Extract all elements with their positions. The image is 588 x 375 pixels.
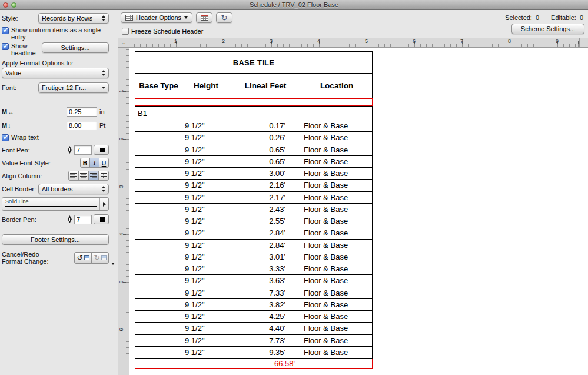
cell-height[interactable]: 9 1/2" [182,240,230,251]
cell-height[interactable]: 9 1/2" [182,156,230,168]
table-row[interactable]: 9 1/2" 4.40' Floor & Base [135,323,373,334]
headline-settings-button[interactable]: Settings... [42,42,109,53]
total-value-cell[interactable]: 66.58' [230,359,301,369]
cell-lineal-feet[interactable]: 4.40' [230,323,301,334]
table-row[interactable]: 9 1/2" 2.16' Floor & Base [135,180,373,191]
cell-height[interactable]: 9 1/2" [182,180,230,191]
style-dropdown[interactable]: Records by Rows [38,13,109,24]
cell-lineal-feet[interactable]: 0.17' [230,120,301,132]
text-size-input[interactable] [67,121,97,130]
cell-base-type[interactable] [135,311,182,323]
underline-button[interactable]: U [99,158,109,168]
cell-height[interactable]: 9 1/2" [182,287,230,299]
cell-base-type[interactable] [135,132,182,144]
align-left-button[interactable] [68,171,79,181]
table-row[interactable]: 9 1/2" 0.65' Floor & Base [135,156,373,168]
border-pen-color-button[interactable] [94,214,109,224]
cell-base-type[interactable] [135,275,182,287]
cell-base-type[interactable] [135,144,182,156]
database-headers-button[interactable] [196,12,212,23]
cell-location[interactable]: Floor & Base [301,168,373,180]
table-row[interactable]: 9 1/2" 4.25' Floor & Base [135,311,373,323]
cell-base-type[interactable] [135,215,182,227]
cell-height[interactable]: 9 1/2" [182,311,230,323]
cell-base-type[interactable] [135,240,182,251]
cell-base-type[interactable] [135,251,182,263]
titlebar[interactable]: Schedule / TRV_02 Floor Base [0,0,588,10]
cell-lineal-feet[interactable]: 3.00' [230,168,301,180]
table-row[interactable]: 9 1/2" 7.33' Floor & Base [135,287,373,299]
table-row[interactable]: 9 1/2" 2.55' Floor & Base [135,215,373,227]
redo-format-button[interactable]: ↻ [91,252,109,264]
undo-format-button[interactable]: ↺ [74,252,92,264]
schedule-title-cell[interactable]: BASE TILE [135,51,373,74]
cell-lineal-feet[interactable]: 3.63' [230,275,301,287]
cell-base-type[interactable] [135,192,182,204]
cell-height[interactable]: 9 1/2" [182,132,230,144]
wrap-text-checkbox[interactable]: Wrap text [2,134,109,141]
cell-location[interactable]: Floor & Base [301,287,373,299]
cell-height[interactable]: 9 1/2" [182,263,230,275]
cell-height[interactable]: 9 1/2" [182,275,230,287]
cell-height[interactable]: 9 1/2" [182,120,230,132]
cell-base-type[interactable] [135,323,182,334]
cell-lineal-feet[interactable]: 2.43' [230,204,301,215]
freeze-header-checkbox[interactable]: Freeze Schedule Header [122,27,232,35]
font-pen-input[interactable] [74,145,92,155]
cell-base-type[interactable] [135,120,182,132]
cell-location[interactable]: Floor & Base [301,204,373,215]
apply-format-dropdown[interactable]: Value [2,68,109,78]
italic-button[interactable]: I [89,158,99,168]
cell-base-type[interactable] [135,227,182,239]
cell-location[interactable]: Floor & Base [301,192,373,204]
cell-lineal-feet[interactable]: 0.26' [230,132,301,144]
cell-base-type[interactable] [135,287,182,299]
column-header[interactable]: Height [182,74,230,98]
cell-height[interactable]: 9 1/2" [182,323,230,334]
zoom-button[interactable] [11,2,16,8]
cell-location[interactable]: Floor & Base [301,335,373,347]
cell-lineal-feet[interactable]: 4.25' [230,311,301,323]
database-header-cell[interactable] [230,99,301,105]
table-row[interactable]: 9 1/2" 2.43' Floor & Base [135,204,373,215]
total-cell[interactable] [301,359,373,369]
table-row[interactable]: 9 1/2" 2.84' Floor & Base [135,227,373,239]
cell-height[interactable]: 9 1/2" [182,144,230,156]
cell-location[interactable]: Floor & Base [301,299,373,311]
cell-height[interactable]: 9 1/2" [182,192,230,204]
total-cell[interactable] [135,359,182,369]
cell-height[interactable]: 9 1/2" [182,168,230,180]
table-row[interactable]: 9 1/2" 3.63' Floor & Base [135,275,373,287]
line-style-dropdown[interactable]: Solid Line [2,197,109,211]
cell-base-type[interactable] [135,180,182,191]
worksheet-canvas[interactable]: BASE TILE Base Type Height Lineal Feet L… [129,48,588,375]
cell-base-type[interactable] [135,347,182,359]
cell-location[interactable]: Floor & Base [301,251,373,263]
cell-location[interactable]: Floor & Base [301,180,373,191]
font-dropdown[interactable]: Frutiger 12 Fr... [38,82,109,93]
cell-lineal-feet[interactable]: 0.65' [230,156,301,168]
table-row[interactable]: 9 1/2" 7.73' Floor & Base [135,335,373,347]
column-header[interactable]: Location [301,74,373,98]
cell-location[interactable]: Floor & Base [301,156,373,168]
cell-base-type[interactable] [135,168,182,180]
bold-button[interactable]: B [80,158,90,168]
cell-lineal-feet[interactable]: 7.33' [230,287,301,299]
cell-border-dropdown[interactable]: All borders [38,184,109,194]
cell-height[interactable]: 9 1/2" [182,347,230,359]
table-row[interactable]: 9 1/2" 2.84' Floor & Base [135,240,373,251]
cell-location[interactable]: Floor & Base [301,132,373,144]
total-cell[interactable] [182,359,230,369]
align-center-button[interactable] [78,171,89,181]
recalculate-button[interactable]: ↻ [216,12,232,23]
cell-height[interactable]: 9 1/2" [182,335,230,347]
cell-lineal-feet[interactable]: 0.65' [230,144,301,156]
table-row[interactable]: 9 1/2" 0.26' Floor & Base [135,132,373,144]
table-row[interactable]: 9 1/2" 0.65' Floor & Base [135,144,373,156]
cell-location[interactable]: Floor & Base [301,240,373,251]
cell-lineal-feet[interactable]: 3.01' [230,251,301,263]
group-row[interactable]: B1 [135,106,373,120]
cell-location[interactable]: Floor & Base [301,311,373,323]
cell-height[interactable]: 9 1/2" [182,299,230,311]
cell-location[interactable]: Floor & Base [301,263,373,275]
